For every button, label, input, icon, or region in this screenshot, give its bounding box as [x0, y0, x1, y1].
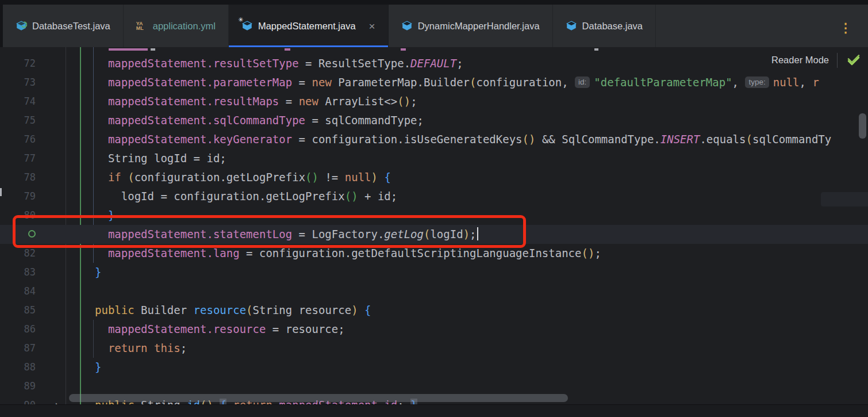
- gutter[interactable]: 83: [0, 263, 95, 282]
- java-class-icon: [566, 20, 577, 32]
- code-line-87[interactable]: 87 return this;: [0, 339, 868, 358]
- gutter[interactable]: 85: [0, 301, 95, 320]
- code-line-85[interactable]: 85public Builder resource(String resourc…: [0, 301, 868, 320]
- modified-asterisk-icon: ✳: [238, 17, 243, 23]
- close-tab-icon[interactable]: ×: [369, 21, 375, 32]
- code-text: mappedStatement.resultMaps = new ArrayLi…: [95, 92, 868, 111]
- gutter[interactable]: 74: [0, 92, 95, 111]
- code-text: mappedStatement.resource = resource;: [95, 320, 868, 339]
- code-line-74[interactable]: 74 mappedStatement.resultMaps = new Arra…: [0, 92, 868, 111]
- editor-floating-toolbar: Reader Mode: [771, 52, 861, 68]
- code-text: mappedStatement.resultSetType = ResultSe…: [95, 54, 868, 73]
- gutter[interactable]: 78: [0, 168, 95, 187]
- line-number[interactable]: 83: [0, 263, 36, 282]
- editor-tabs: DatabaseTest.javaYAMLapplication.yml ✳Ma…: [3, 5, 868, 47]
- code-text: }: [95, 358, 868, 377]
- line-number[interactable]: 87: [0, 339, 36, 358]
- line-number[interactable]: 77: [0, 149, 36, 168]
- code-line-76[interactable]: 76 mappedStatement.keyGenerator = config…: [0, 130, 868, 149]
- tab-label: DatabaseTest.java: [32, 21, 110, 32]
- fold-arrow-icon[interactable]: ❯: [48, 397, 63, 404]
- vertical-scrollbar-thumb[interactable]: [859, 113, 866, 139]
- code-line-86[interactable]: 86 mappedStatement.resource = resource;: [0, 320, 868, 339]
- code-line-77[interactable]: 77 String logId = id;: [0, 149, 868, 168]
- tab-databasetest-java[interactable]: DatabaseTest.java: [3, 5, 124, 47]
- reader-mode-label[interactable]: Reader Mode: [771, 55, 829, 66]
- gutter[interactable]: 88: [0, 358, 95, 377]
- code-text: return this;: [95, 339, 868, 358]
- tab-label: application.yml: [153, 21, 216, 32]
- java-class-icon: ✳: [241, 20, 253, 32]
- left-edge-fragment: [0, 188, 2, 196]
- code-text: [95, 282, 868, 301]
- code-text: if (configuration.getLogPrefix() != null…: [95, 168, 868, 187]
- right-edge-panel-fragment: [821, 192, 868, 206]
- code-line-88[interactable]: 88}: [0, 358, 868, 377]
- tab-overflow-menu-icon[interactable]: ⋮: [839, 22, 852, 35]
- java-test-class-icon: [16, 20, 27, 32]
- line-number[interactable]: 72: [0, 54, 36, 73]
- java-class-icon: [401, 20, 413, 32]
- code-line-79[interactable]: 79 logId = configuration.getLogPrefix() …: [0, 187, 868, 206]
- code-text: }: [95, 263, 868, 282]
- status-bar: [0, 404, 868, 417]
- code-line-73[interactable]: 73 mappedStatement.parameterMap = new Pa…: [0, 73, 868, 92]
- line-number[interactable]: 89: [0, 377, 36, 396]
- gutter[interactable]: 72: [0, 54, 95, 73]
- tab-label: Database.java: [582, 21, 643, 32]
- code-text: mappedStatement.parameterMap = new Param…: [95, 73, 868, 92]
- code-text: mappedStatement.keyGenerator = configura…: [95, 130, 868, 149]
- code-line-72[interactable]: 72 mappedStatement.resultSetType = Resul…: [0, 54, 868, 73]
- line-number[interactable]: 79: [0, 187, 36, 206]
- gutter[interactable]: 84: [0, 282, 95, 301]
- line-number[interactable]: 88: [0, 358, 36, 377]
- line-number[interactable]: 74: [0, 92, 36, 111]
- code-editor[interactable]: 72 mappedStatement.resultSetType = Resul…: [0, 47, 868, 404]
- toolbar-divider: [837, 53, 838, 68]
- line-number[interactable]: 85: [0, 301, 36, 320]
- horizontal-scrollbar-thumb[interactable]: [69, 394, 568, 402]
- tab-mappedstatement-java[interactable]: ✳MappedStatement.java×: [229, 5, 389, 47]
- tab-dynamicmapperhandler-java[interactable]: DynamicMapperHandler.java: [389, 5, 553, 47]
- code-text: mappedStatement.sqlCommandType = sqlComm…: [95, 111, 868, 130]
- gutter[interactable]: 79: [0, 187, 95, 206]
- code-line-89[interactable]: 89: [0, 377, 868, 396]
- code-line-78[interactable]: 78 if (configuration.getLogPrefix() != n…: [0, 168, 868, 187]
- red-highlight-annotation: [13, 215, 526, 248]
- code-text: public Builder resource(String resource)…: [95, 301, 868, 320]
- gutter[interactable]: 87: [0, 339, 95, 358]
- line-number[interactable]: 78: [0, 168, 36, 187]
- code-line-75[interactable]: 75 mappedStatement.sqlCommandType = sqlC…: [0, 111, 868, 130]
- line-number[interactable]: 75: [0, 111, 36, 130]
- gutter[interactable]: 77: [0, 149, 95, 168]
- tab-label: MappedStatement.java: [258, 21, 356, 32]
- tab-bar: DatabaseTest.javaYAMLapplication.yml ✳Ma…: [0, 0, 868, 47]
- inlay-hint: type:: [745, 76, 769, 88]
- tab-application-yml[interactable]: YAMLapplication.yml: [124, 5, 229, 47]
- tab-database-java[interactable]: Database.java: [553, 5, 656, 47]
- line-number[interactable]: 76: [0, 130, 36, 149]
- gutter[interactable]: 73: [0, 73, 95, 92]
- line-number[interactable]: 84: [0, 282, 36, 301]
- tab-label: DynamicMapperHandler.java: [418, 21, 540, 32]
- inlay-hint: id:: [575, 76, 590, 88]
- code-text: logId = configuration.getLogPrefix() + i…: [95, 187, 868, 206]
- yaml-file-icon: YAML: [136, 20, 148, 32]
- gutter[interactable]: 75: [0, 111, 95, 130]
- code-text: String logId = id;: [95, 149, 868, 168]
- gutter[interactable]: 89: [0, 377, 95, 396]
- ide-window: DatabaseTest.javaYAMLapplication.yml ✳Ma…: [0, 0, 868, 417]
- code-line-84[interactable]: 84: [0, 282, 868, 301]
- inspections-checkmark-icon[interactable]: [846, 52, 861, 68]
- line-number[interactable]: 90: [0, 396, 36, 404]
- code-line-83[interactable]: 83}: [0, 263, 868, 282]
- gutter[interactable]: 76: [0, 130, 95, 149]
- code-text: [95, 377, 868, 396]
- gutter[interactable]: 86: [0, 320, 95, 339]
- line-number[interactable]: 86: [0, 320, 36, 339]
- line-number[interactable]: 73: [0, 73, 36, 92]
